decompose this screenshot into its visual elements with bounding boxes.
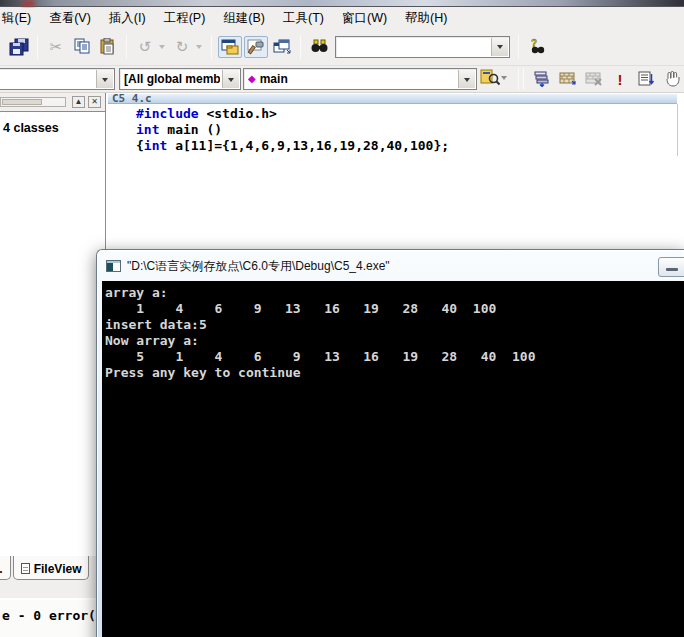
console-window: "D:\C语言实例存放点\C6.0专用\Debug\C5_4.exe" arra… bbox=[96, 249, 684, 637]
search-help-icon: ? bbox=[528, 38, 546, 55]
code-text: <stdio.h> bbox=[199, 106, 277, 121]
menu-item-6[interactable]: 窗口(W) bbox=[333, 8, 396, 28]
menu-item-4[interactable]: 组建(B) bbox=[214, 8, 274, 28]
redo-button[interactable]: ↻ bbox=[170, 36, 194, 58]
wizard-actions-button[interactable] bbox=[480, 68, 511, 86]
wizard-actions-dropdown-arrow[interactable] bbox=[501, 76, 507, 83]
output-toggle-button[interactable] bbox=[244, 36, 268, 58]
toolbar-separator bbox=[126, 35, 127, 59]
console-text: array a: 1 4 6 9 13 16 19 28 40 100 inse… bbox=[105, 285, 684, 381]
toolbar-separator bbox=[37, 35, 38, 59]
tree-item-classes[interactable]: 4 classes bbox=[3, 121, 59, 135]
stop-build-button[interactable] bbox=[582, 68, 606, 90]
code-text: { bbox=[136, 138, 144, 153]
console-output-area[interactable]: array a: 1 4 6 9 13 16 19 28 40 100 inse… bbox=[102, 281, 684, 637]
wizard-bar: [All global members] ◆main bbox=[0, 66, 684, 93]
workspace-tab-label: .. bbox=[0, 562, 3, 576]
cascade-windows-icon bbox=[273, 39, 291, 55]
find-combo[interactable] bbox=[335, 36, 510, 58]
output-hammer-icon bbox=[247, 39, 265, 55]
code-keyword: int bbox=[144, 138, 167, 153]
console-titlebar[interactable]: "D:\C语言实例存放点\C6.0专用\Debug\C5_4.exe" bbox=[97, 250, 684, 281]
save-all-button[interactable] bbox=[7, 36, 31, 58]
compile-icon bbox=[533, 71, 551, 87]
class-combo-dropdown[interactable] bbox=[96, 70, 113, 88]
editor-title: C5_4.c bbox=[112, 94, 152, 104]
workspace-tree: 4 classes bbox=[0, 111, 105, 556]
redo-dropdown-arrow[interactable] bbox=[196, 45, 202, 52]
function-combo-dropdown[interactable] bbox=[458, 70, 475, 88]
code-line: {int a[11]={1,4,6,9,13,16,19,28,40,100}; bbox=[136, 138, 449, 154]
members-combo-value: [All global members] bbox=[124, 72, 220, 86]
workspace-tab-label: FileView bbox=[34, 562, 82, 576]
toolbar-separator bbox=[518, 68, 519, 90]
undo-dropdown-arrow[interactable] bbox=[159, 45, 165, 52]
compile-button[interactable] bbox=[530, 68, 554, 90]
build-icon bbox=[559, 71, 577, 87]
toolbar-separator bbox=[523, 68, 524, 90]
members-combo[interactable]: [All global members] bbox=[119, 68, 241, 90]
minimize-icon bbox=[666, 268, 678, 271]
menu-item-0[interactable]: 辑(E) bbox=[0, 8, 40, 28]
build-minibar: ! bbox=[529, 68, 684, 90]
app-icon bbox=[22, 1, 35, 6]
menu-item-3[interactable]: 工程(P) bbox=[155, 8, 215, 28]
find-in-files-button[interactable] bbox=[307, 36, 331, 58]
vc6-ide-window: 辑(E)查看(V)插入(I)工程(P)组建(B)工具(T)窗口(W)帮助(H) … bbox=[0, 0, 684, 637]
toolbar-separator bbox=[518, 35, 519, 59]
workspace-hscrollbar-thumb[interactable] bbox=[2, 99, 42, 105]
execute-program-button[interactable]: ! bbox=[608, 68, 632, 90]
code-line: int main () bbox=[136, 122, 449, 138]
copy-button[interactable] bbox=[70, 36, 94, 58]
workspace-hscrollbar[interactable] bbox=[0, 97, 66, 107]
breakpoint-hand-icon bbox=[664, 71, 681, 87]
workspace-tab-fileview[interactable]: FileView bbox=[13, 556, 90, 580]
class-combo[interactable] bbox=[0, 68, 115, 90]
find-combo-dropdown[interactable] bbox=[491, 38, 508, 56]
console-icon bbox=[106, 260, 121, 272]
code-area[interactable]: #include <stdio.h>int main (){int a[11]=… bbox=[136, 106, 449, 154]
menu-bar: 辑(E)查看(V)插入(I)工程(P)组建(B)工具(T)窗口(W)帮助(H) bbox=[0, 8, 684, 28]
menu-item-2[interactable]: 插入(I) bbox=[100, 8, 155, 28]
editor-titlebar[interactable]: C5_4.c bbox=[108, 94, 677, 104]
menu-item-7[interactable]: 帮助(H) bbox=[396, 8, 456, 28]
menu-item-1[interactable]: 查看(V) bbox=[40, 8, 100, 28]
workspace-tab-[interactable]: .. bbox=[0, 556, 11, 580]
workspace-dock-button[interactable]: ▲ bbox=[72, 96, 85, 108]
code-text: main () bbox=[159, 122, 222, 137]
stop-build-icon bbox=[585, 71, 603, 87]
paste-icon bbox=[100, 38, 116, 55]
code-keyword: int bbox=[136, 122, 159, 137]
function-combo[interactable]: ◆main bbox=[243, 68, 477, 90]
copy-icon bbox=[74, 38, 91, 55]
toolbar-separator bbox=[211, 35, 212, 59]
code-keyword: #include bbox=[136, 106, 199, 121]
execute-program-icon: ! bbox=[618, 72, 623, 87]
cut-button[interactable]: ✂ bbox=[44, 36, 68, 58]
code-text: a[11]={1,4,6,9,13,16,19,28,40,100}; bbox=[167, 138, 449, 153]
cascade-windows-button[interactable] bbox=[270, 36, 294, 58]
document-icon bbox=[21, 563, 30, 574]
members-combo-dropdown[interactable] bbox=[222, 70, 239, 88]
code-line: #include <stdio.h> bbox=[136, 106, 449, 122]
paste-button[interactable] bbox=[96, 36, 120, 58]
workspace-panel: ▲ ✕ 4 classes ..FileView bbox=[0, 93, 106, 598]
cut-icon: ✂ bbox=[50, 39, 63, 54]
wizard-actions-icon bbox=[480, 68, 500, 86]
undo-button[interactable]: ↺ bbox=[133, 36, 157, 58]
breakpoint-hand-button[interactable] bbox=[660, 68, 684, 90]
menu-item-5[interactable]: 工具(T) bbox=[274, 8, 333, 28]
console-title: "D:\C语言实例存放点\C6.0专用\Debug\C5_4.exe" bbox=[127, 258, 390, 275]
save-all-icon bbox=[9, 38, 29, 56]
search-help-button[interactable]: ? bbox=[525, 36, 549, 58]
toolbar-separator bbox=[300, 35, 301, 59]
workspace-toggle-button[interactable] bbox=[218, 36, 242, 58]
workspace-close-button[interactable]: ✕ bbox=[88, 96, 101, 108]
undo-icon: ↺ bbox=[139, 39, 152, 54]
editor-scrollbar-edge bbox=[677, 104, 678, 156]
workspace-icon bbox=[221, 39, 239, 55]
go-button[interactable] bbox=[634, 68, 658, 90]
console-minimize-button[interactable] bbox=[658, 257, 684, 277]
ide-titlebar-strip bbox=[0, 0, 684, 7]
build-button[interactable] bbox=[556, 68, 580, 90]
